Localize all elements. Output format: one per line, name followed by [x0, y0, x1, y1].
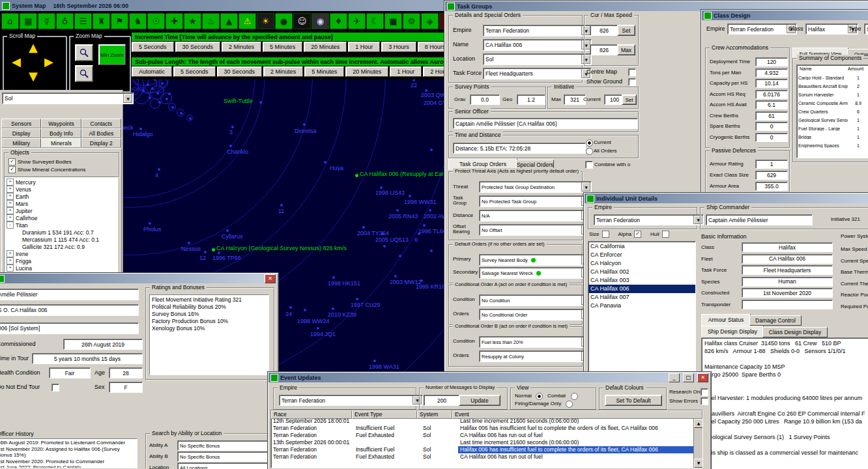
maximize-icon[interactable]: □ — [683, 373, 694, 382]
body-dot[interactable] — [158, 168, 160, 171]
tree-item[interactable]: +Venus — [5, 186, 117, 193]
up-arrow-icon[interactable]: ▲ — [220, 13, 238, 29]
ship-list-item[interactable]: CA Halifax 002 — [588, 268, 695, 276]
protected-task-group-select[interactable]: No Protected Task Group▼ — [479, 195, 592, 207]
event-row[interactable]: Terran FederationInsufficient FuelSolHal… — [271, 425, 702, 432]
zoom-out-button[interactable] — [75, 65, 93, 82]
body-dot[interactable] — [409, 195, 411, 197]
event-row[interactable]: 13th September 2026 00:00:01Last time in… — [271, 439, 702, 446]
time-increment-button[interactable]: 2 Minutes — [222, 42, 261, 52]
fleet-dot[interactable] — [355, 174, 358, 177]
checkbox[interactable] — [602, 231, 609, 238]
body-dot[interactable] — [151, 87, 154, 90]
checkbox[interactable] — [662, 231, 669, 238]
orders-b-select[interactable]: Resupply at Colony▼ — [479, 350, 592, 362]
body-dot[interactable] — [394, 275, 397, 277]
component-list[interactable]: Cargo Hold - Standard1Beauvilliers Aircr… — [797, 75, 868, 156]
body-dot[interactable] — [303, 123, 306, 126]
home-icon[interactable]: ⌂ — [1, 13, 19, 29]
tree-item[interactable]: +Mercury — [5, 178, 117, 186]
task-group-select[interactable]: CA Halifax 006▼ — [483, 39, 592, 51]
message-count-field[interactable]: 200 — [424, 395, 460, 406]
sun-system-icon[interactable]: ☉ — [147, 13, 165, 29]
star-icon[interactable]: ★ — [184, 13, 201, 29]
event-row[interactable]: Terran FederationFuel ExhaustedSolCA Hal… — [271, 432, 702, 439]
gear-icon[interactable]: ⚙ — [403, 13, 420, 29]
scroll-down-icon[interactable]: ▼ — [694, 459, 703, 468]
body-dot[interactable] — [229, 145, 232, 147]
component-row[interactable]: Fuel Storage - Large1 — [797, 126, 868, 134]
component-row[interactable]: Cargo Hold - Standard1 — [797, 75, 868, 83]
body-dot[interactable] — [158, 101, 161, 104]
event-updates-window[interactable]: Event Updates _ □ ✕ Empire Terran Federa… — [267, 371, 712, 469]
component-row[interactable]: Crew Quarters6 — [797, 109, 868, 117]
tab-all-bodies[interactable]: All Bodies — [81, 128, 121, 138]
subpulse-button[interactable]: 20 Minutes — [345, 66, 388, 77]
component-row[interactable]: Sorium Harvester1 — [797, 92, 868, 100]
scroll-up-icon[interactable]: ▲ — [694, 419, 703, 428]
max-speed-field[interactable]: 826 — [590, 44, 618, 55]
primary-order-select[interactable]: Survey Nearest Body▼ — [479, 254, 592, 266]
dot-icon[interactable]: ● — [275, 13, 293, 29]
tab-military[interactable]: Military — [1, 138, 41, 148]
officer-window[interactable]: ✕ Amélie Pélissier Ratings and Bonuses F… — [0, 272, 279, 469]
subpulse-button[interactable]: Automatic — [132, 66, 172, 77]
body-dot[interactable] — [383, 245, 386, 248]
component-row[interactable]: Geological Survey Sensors1 — [797, 117, 868, 126]
class-design-titlebar[interactable]: Class Design — [702, 10, 868, 20]
gem-icon[interactable]: ◈ — [421, 13, 439, 29]
moon-icon[interactable]: ☾ — [366, 13, 384, 29]
body-dot[interactable] — [396, 209, 399, 212]
close-icon[interactable]: ✕ — [697, 373, 708, 382]
combat-radio[interactable] — [571, 393, 578, 400]
zoom-in-button[interactable] — [75, 44, 93, 61]
body-dot[interactable] — [280, 204, 283, 206]
body-dot[interactable] — [161, 82, 164, 85]
officer-titlebar[interactable]: ✕ — [0, 274, 278, 283]
current-speed-field[interactable]: 826 — [590, 25, 618, 36]
body-dot[interactable] — [188, 242, 190, 244]
set-to-default-button[interactable]: Set To Default — [605, 395, 662, 406]
tab-contacts[interactable]: Contacts — [81, 119, 121, 128]
offset-bearing-select[interactable]: No Offset▼ — [479, 224, 592, 236]
event-row[interactable]: Terran FederationInsufficient FuelSolHal… — [271, 446, 702, 453]
list-icon[interactable]: ☰ — [74, 13, 92, 29]
tree-item[interactable]: -Titan — [5, 221, 117, 229]
body-dot[interactable] — [189, 117, 192, 120]
all-orders-radio[interactable] — [586, 148, 593, 155]
body-dot[interactable] — [226, 229, 229, 232]
expand-toggle[interactable]: + — [7, 207, 14, 214]
type-select[interactable]: Ship▼ — [864, 23, 868, 35]
ship-list-item[interactable]: CA Halifax 006 — [588, 285, 695, 293]
table-scrollbar[interactable]: ▲ ▼ — [693, 419, 702, 468]
grid-icon[interactable]: ▦ — [20, 13, 37, 29]
subpulse-button[interactable]: 5 Minutes — [304, 66, 344, 77]
flag-icon[interactable]: ⚑ — [111, 13, 128, 29]
body-dot[interactable] — [147, 83, 149, 86]
current-radio[interactable] — [586, 139, 593, 147]
subpulse-button[interactable]: 30 Seconds — [217, 66, 263, 77]
tree-item[interactable]: +Earth — [5, 193, 117, 200]
scroll-up-arrow[interactable]: ▲ — [29, 42, 38, 53]
industry-icon[interactable]: ♨ — [202, 13, 220, 29]
minimize-icon[interactable]: _ — [669, 373, 680, 382]
body-dot[interactable] — [356, 298, 358, 300]
time-increment-button[interactable]: 5 Seconds — [132, 42, 174, 52]
body-dot[interactable] — [231, 126, 234, 128]
update-button[interactable]: Update — [459, 395, 500, 406]
component-row[interactable]: Ceramic Composite Armour8.9 — [797, 100, 868, 109]
body-dot[interactable] — [430, 249, 433, 252]
close-icon[interactable]: ✕ — [265, 274, 276, 283]
condition-a-select[interactable]: No Condition▼ — [479, 294, 592, 306]
firing-damage-radio[interactable] — [566, 401, 573, 408]
time-increment-button[interactable]: 3 Hours — [381, 42, 416, 52]
body-dot[interactable] — [332, 307, 334, 310]
subpulse-button[interactable]: 5 Seconds — [173, 66, 216, 77]
tab-body-info[interactable]: Body Info — [41, 128, 81, 138]
body-dot[interactable] — [166, 98, 168, 100]
body-dot[interactable] — [218, 251, 220, 254]
body-dot[interactable] — [429, 209, 431, 212]
empire-select[interactable]: Terran Federation▼ — [727, 23, 797, 35]
amount-column-header[interactable]: Amount — [848, 66, 863, 71]
body-dot[interactable] — [362, 226, 365, 229]
